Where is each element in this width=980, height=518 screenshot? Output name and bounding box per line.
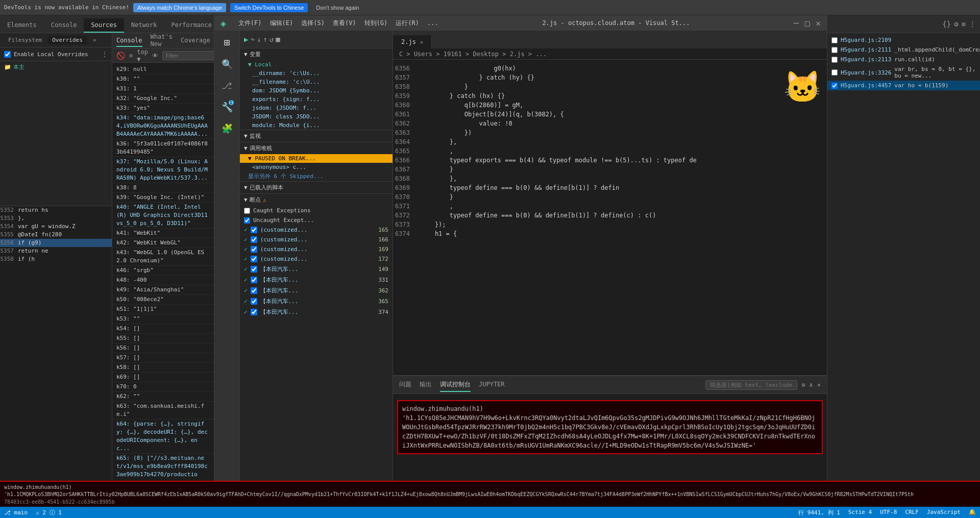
debug-restart-btn[interactable]: ↺ bbox=[270, 35, 274, 43]
right-panel-more-btn[interactable]: ⋮ bbox=[969, 20, 976, 28]
bp-honda-149[interactable]: ✓ 【本田汽车... 149 bbox=[240, 264, 393, 275]
bp-honda-374[interactable]: ✓ 【本田汽车... 374 bbox=[240, 307, 393, 317]
activity-extensions[interactable]: 🧩 bbox=[219, 120, 235, 136]
btn-switch-devtools[interactable]: Switch DevTools to Chinese bbox=[230, 3, 308, 12]
console-tab-console[interactable]: Console bbox=[116, 35, 142, 47]
bp-h5guard-2109-checkbox[interactable] bbox=[831, 37, 838, 43]
breakpoints-settings-btn[interactable]: ⚙ bbox=[954, 20, 958, 28]
breakpoints-header[interactable]: ▼ 断点 ⚠ bbox=[240, 194, 393, 206]
caught-exceptions-checkbox[interactable] bbox=[244, 208, 250, 214]
callstack-anonymous[interactable]: <anonymous> c... bbox=[240, 163, 393, 171]
status-notifications[interactable]: 🔔 bbox=[969, 509, 976, 516]
bp-h5guard-2113-checkbox[interactable] bbox=[831, 57, 838, 63]
tab-console[interactable]: Console bbox=[44, 18, 84, 33]
bp-honda-331[interactable]: ✓ 【本田汽车... 331 bbox=[240, 275, 393, 285]
bottom-panel-list-icon[interactable]: ≡ bbox=[801, 381, 805, 388]
maximize-btn[interactable]: □ bbox=[805, 18, 810, 28]
debug-console-filter[interactable] bbox=[705, 380, 797, 390]
bp-h5guard-2109[interactable]: H5guard.js:2109 bbox=[827, 35, 980, 45]
fs-tab-filesystem[interactable]: Filesystem bbox=[4, 36, 46, 44]
bp-checkbox[interactable] bbox=[251, 277, 257, 283]
breakpoints-close-btn[interactable]: ≡ bbox=[962, 20, 966, 28]
status-spaces[interactable]: Sctie 4 bbox=[848, 509, 872, 516]
bp-h5guard-3326[interactable]: H5guard.js:3326 var br, bs = 0, bt = {},… bbox=[827, 64, 980, 81]
fs-tab-more[interactable]: » bbox=[89, 36, 101, 44]
menu-run[interactable]: 运行(R) bbox=[396, 19, 419, 28]
bp-customized-172[interactable]: ✓ (customized... 172 bbox=[240, 254, 393, 264]
bp-checkbox[interactable] bbox=[251, 236, 257, 243]
bottom-tab-jupyter[interactable]: JUPYTER bbox=[479, 379, 505, 391]
bottom-panel-up-icon[interactable]: ∧ bbox=[810, 381, 813, 388]
variables-header[interactable]: ▼ 变量 bbox=[240, 48, 393, 60]
uncaught-exceptions-item[interactable]: Uncaught Except... bbox=[240, 215, 393, 225]
bottom-tab-problems[interactable]: 问题 bbox=[399, 378, 411, 392]
menu-edit[interactable]: 编辑(E) bbox=[270, 19, 293, 28]
callstack-header[interactable]: ▼ 调用堆栈 bbox=[240, 142, 393, 154]
tab-network[interactable]: Network bbox=[124, 18, 164, 33]
tree-root[interactable]: 📁 本主 bbox=[0, 61, 112, 73]
enable-overrides-row[interactable]: Enable Local Overrides ⋮ bbox=[0, 47, 112, 61]
debug-stop-btn[interactable]: ■ bbox=[276, 35, 280, 43]
file-tab-close-icon[interactable]: ✕ bbox=[420, 39, 423, 45]
console-tab-coverage[interactable]: Coverage bbox=[181, 35, 210, 47]
overrides-more-icon[interactable]: ⋮ bbox=[102, 51, 108, 58]
bp-checkbox[interactable] bbox=[251, 298, 257, 305]
tab-elements[interactable]: Elements bbox=[0, 18, 44, 33]
bp-customized-169[interactable]: ✓ (customized... 169 bbox=[240, 244, 393, 254]
bp-checkbox[interactable] bbox=[251, 227, 257, 233]
bp-checkbox[interactable] bbox=[251, 287, 257, 294]
tab-performance[interactable]: Performance bbox=[164, 18, 219, 33]
bp-checkbox[interactable] bbox=[251, 256, 257, 262]
debug-stepinto-btn[interactable]: ↓ bbox=[257, 35, 261, 43]
console-top-select[interactable]: top ▼ bbox=[137, 48, 148, 63]
bp-checkbox[interactable] bbox=[251, 246, 257, 253]
breakpoints-toggle-btn[interactable]: {} bbox=[942, 20, 951, 28]
console-tab-whatsnew[interactable]: What's New bbox=[151, 33, 173, 51]
activity-explorer[interactable]: ⊞ bbox=[219, 35, 235, 50]
bp-customized-166[interactable]: ✓ (customized... 166 bbox=[240, 235, 393, 244]
enable-local-overrides-checkbox[interactable] bbox=[4, 51, 11, 58]
console-eye-icon[interactable]: 👁 bbox=[152, 52, 158, 59]
bp-checkbox[interactable] bbox=[251, 266, 257, 273]
activity-debug[interactable]: 🔧1 bbox=[219, 99, 235, 114]
menu-more[interactable]: ... bbox=[427, 19, 438, 27]
status-line-ending[interactable]: CRLF bbox=[905, 509, 919, 516]
bp-honda-365[interactable]: ✓ 【本田汽车... 365 bbox=[240, 296, 393, 307]
close-btn[interactable]: ✕ bbox=[816, 18, 821, 28]
debug-continue-btn[interactable]: ▶ bbox=[244, 35, 248, 43]
bp-h5guard-3326-checkbox[interactable] bbox=[831, 69, 838, 76]
btn-match-language[interactable]: Always match Chrome's language bbox=[133, 3, 226, 12]
btn-dont-show[interactable]: Don't show again bbox=[312, 3, 363, 12]
bp-checkbox[interactable] bbox=[251, 309, 257, 315]
activity-scm[interactable]: ⎇ bbox=[219, 78, 235, 93]
local-vars-header[interactable]: ▼ Local bbox=[240, 60, 393, 69]
status-git-branch[interactable]: ⎇ main bbox=[4, 509, 28, 516]
console-filter-input[interactable] bbox=[162, 51, 214, 60]
bp-customized-165[interactable]: ✓ (customized... 165 bbox=[240, 225, 393, 235]
minimize-btn[interactable]: ─ bbox=[794, 18, 799, 28]
status-encoding[interactable]: UTF-8 bbox=[880, 509, 897, 516]
menu-view[interactable]: 查看(V) bbox=[333, 19, 356, 28]
monitor-header[interactable]: ▼ 监视 bbox=[240, 130, 393, 142]
uncaught-exceptions-checkbox[interactable] bbox=[244, 217, 250, 224]
bp-h5guard-4457[interactable]: H5guard.js:4457 var ho = b(1159) bbox=[827, 81, 980, 90]
activity-search[interactable]: 🔍 bbox=[219, 56, 235, 71]
bottom-tab-output[interactable]: 输出 bbox=[420, 378, 432, 392]
loaded-scripts-header[interactable]: ▼ 已载入的脚本 bbox=[240, 182, 393, 193]
bp-h5guard-2111[interactable]: H5guard.js:2111 _html.appendChild(_domCr… bbox=[827, 45, 980, 55]
status-line-col[interactable]: 行 9441, 列 1 bbox=[798, 509, 840, 516]
status-language[interactable]: JavaScript bbox=[927, 509, 961, 516]
console-settings-icon[interactable]: ⊙ bbox=[129, 52, 133, 59]
fs-tab-overrides[interactable]: Overrides bbox=[48, 36, 87, 44]
caught-exceptions-item[interactable]: Caught Exceptions bbox=[240, 206, 393, 215]
bp-h5guard-4457-checkbox[interactable] bbox=[831, 83, 838, 89]
tab-sources[interactable]: Sources bbox=[84, 18, 124, 33]
menu-goto[interactable]: 转到(G) bbox=[364, 19, 388, 28]
debug-stepout-btn[interactable]: ↑ bbox=[263, 35, 267, 43]
status-errors[interactable]: ⚠ 2 ⓘ 1 bbox=[36, 509, 62, 516]
bottom-tab-debug-console[interactable]: 调试控制台 bbox=[440, 378, 471, 392]
menu-select[interactable]: 选择(S) bbox=[301, 19, 325, 28]
debug-stepover-btn[interactable]: ↷ bbox=[250, 35, 254, 43]
menu-file[interactable]: 文件(F) bbox=[238, 19, 262, 28]
bp-h5guard-2113[interactable]: H5guard.js:2113 run.call(id) bbox=[827, 55, 980, 64]
